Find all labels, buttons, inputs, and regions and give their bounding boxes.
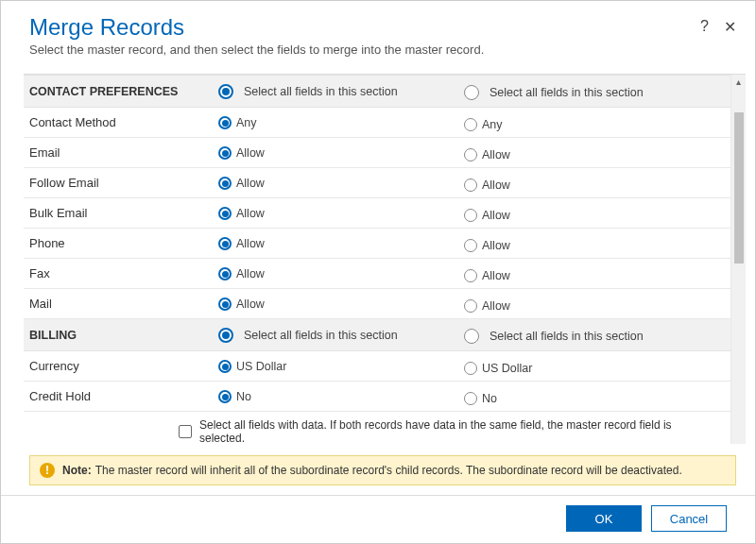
section-title: CONTACT PREFERENCES (24, 76, 213, 108)
table-row: Fax Allow Allow (24, 259, 730, 289)
cancel-button[interactable]: Cancel (651, 505, 727, 532)
vertical-scrollbar[interactable]: ▴ (730, 75, 746, 444)
table-row: Credit Hold No No (24, 382, 730, 412)
select-all-master-radio[interactable]: Select all fields in this section (218, 328, 398, 343)
radio-label: Select all fields in this section (490, 86, 644, 99)
field-subordinate-radio[interactable]: Allow (464, 299, 510, 313)
radio-value: Allow (482, 299, 510, 313)
table-row: Contact Method Any Any (24, 108, 730, 138)
field-label: Fax (24, 259, 213, 289)
content-area: CONTACT PREFERENCES Select all fields in… (24, 74, 746, 444)
field-label: Credit Hold (24, 382, 213, 412)
radio-value: Allow (236, 237, 265, 250)
note-text: The master record will inherit all of th… (95, 464, 682, 477)
field-master-radio[interactable]: Allow (218, 267, 265, 280)
field-subordinate-radio[interactable]: Allow (464, 239, 510, 252)
section-title: BILLING (24, 319, 213, 351)
field-master-radio[interactable]: Allow (218, 146, 265, 160)
help-icon[interactable]: ? (700, 18, 709, 36)
section-billing: BILLING Select all fields in this sectio… (24, 319, 730, 351)
note-label: Note: (62, 464, 92, 477)
note-bar: ! Note: The master record will inherit a… (29, 455, 736, 485)
merge-fields-table: CONTACT PREFERENCES Select all fields in… (24, 75, 730, 412)
field-subordinate-radio[interactable]: Allow (464, 269, 510, 282)
table-row: Phone Allow Allow (24, 229, 730, 259)
radio-value: Allow (482, 178, 510, 192)
radio-value: Allow (236, 177, 265, 190)
field-subordinate-radio[interactable]: Allow (464, 209, 510, 222)
field-label: Follow Email (24, 168, 213, 198)
field-subordinate-radio[interactable]: No (464, 392, 497, 405)
field-master-radio[interactable]: Allow (218, 237, 265, 250)
radio-value: Any (482, 118, 503, 131)
radio-value: Allow (482, 148, 510, 162)
field-label: Phone (24, 229, 213, 259)
radio-value: No (236, 390, 251, 403)
section-contact-preferences: CONTACT PREFERENCES Select all fields in… (24, 76, 730, 108)
radio-label: Select all fields in this section (244, 85, 398, 98)
scrollbar-thumb[interactable] (734, 112, 744, 264)
radio-value: Allow (236, 207, 265, 220)
field-subordinate-radio[interactable]: US Dollar (464, 362, 533, 375)
scroll-up-arrow[interactable]: ▴ (731, 75, 746, 90)
table-row: Email Allow Allow (24, 138, 730, 168)
dialog-footer: OK Cancel (1, 495, 755, 543)
dialog-title: Merge Records (29, 14, 727, 41)
select-all-data-checkbox[interactable] (179, 425, 192, 438)
radio-label: Select all fields in this section (244, 329, 398, 342)
dialog-subtitle: Select the master record, and then selec… (29, 42, 727, 57)
field-master-radio[interactable]: No (218, 390, 251, 403)
radio-value: Allow (236, 298, 265, 311)
radio-value: Allow (236, 146, 265, 160)
select-all-subordinate-radio[interactable]: Select all fields in this section (464, 85, 644, 100)
field-label: Email (24, 138, 213, 168)
radio-value: US Dollar (482, 362, 533, 375)
select-all-data-row: Select all fields with data. If both rec… (175, 416, 712, 444)
close-icon[interactable]: ✕ (724, 18, 736, 36)
select-all-subordinate-radio[interactable]: Select all fields in this section (464, 329, 644, 344)
field-subordinate-radio[interactable]: Allow (464, 148, 510, 162)
radio-value: No (482, 392, 497, 405)
radio-value: Allow (482, 239, 510, 252)
field-label: Contact Method (24, 108, 213, 138)
warning-icon: ! (40, 463, 55, 478)
field-label: Mail (24, 289, 213, 319)
radio-value: Allow (482, 269, 510, 282)
radio-label: Select all fields in this section (490, 330, 644, 343)
field-label: Currency (24, 351, 213, 382)
field-master-radio[interactable]: Allow (218, 207, 265, 220)
field-master-radio[interactable]: Allow (218, 298, 265, 311)
radio-value: US Dollar (236, 360, 287, 373)
field-master-radio[interactable]: Allow (218, 177, 265, 190)
radio-value: Allow (482, 209, 510, 222)
dialog-header: Merge Records Select the master record, … (1, 1, 755, 62)
radio-value: Any (236, 116, 257, 129)
radio-value: Allow (236, 267, 265, 280)
bottom-options: Select all fields with data. If both rec… (24, 412, 730, 444)
field-label: Bulk Email (24, 198, 213, 229)
table-row: Bulk Email Allow Allow (24, 198, 730, 229)
table-row: Currency US Dollar US Dollar (24, 351, 730, 382)
fields-table-container: CONTACT PREFERENCES Select all fields in… (24, 75, 730, 444)
table-row: Follow Email Allow Allow (24, 168, 730, 198)
merge-records-dialog: Merge Records Select the master record, … (0, 0, 756, 544)
checkbox-label: Select all fields with data. If both rec… (199, 418, 708, 444)
field-master-radio[interactable]: Any (218, 116, 257, 129)
table-row: Mail Allow Allow (24, 289, 730, 319)
ok-button[interactable]: OK (566, 505, 642, 532)
select-all-master-radio[interactable]: Select all fields in this section (218, 84, 398, 99)
field-subordinate-radio[interactable]: Allow (464, 178, 510, 192)
field-subordinate-radio[interactable]: Any (464, 118, 503, 131)
field-master-radio[interactable]: US Dollar (218, 360, 287, 373)
